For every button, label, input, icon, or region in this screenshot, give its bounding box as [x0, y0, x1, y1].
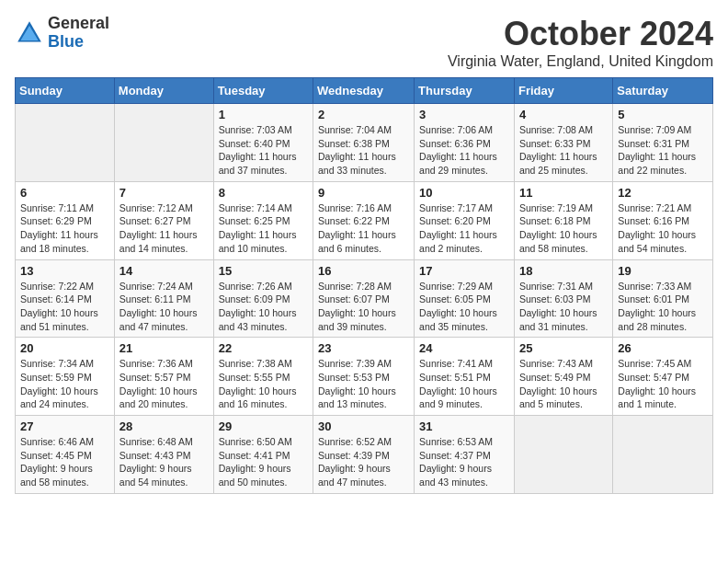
weekday-header: Friday	[514, 78, 612, 104]
logo: General Blue	[15, 15, 109, 52]
calendar-cell: 18Sunrise: 7:31 AMSunset: 6:03 PMDayligh…	[514, 259, 612, 338]
weekday-header: Monday	[114, 78, 213, 104]
calendar-week-row: 6Sunrise: 7:11 AMSunset: 6:29 PMDaylight…	[16, 181, 713, 259]
day-info: Sunrise: 7:34 AMSunset: 5:59 PMDaylight:…	[20, 357, 109, 411]
calendar-cell: 25Sunrise: 7:43 AMSunset: 5:49 PMDayligh…	[514, 338, 612, 416]
day-number: 24	[419, 341, 509, 355]
day-info: Sunrise: 6:52 AMSunset: 4:39 PMDaylight:…	[318, 435, 409, 489]
calendar-cell: 27Sunrise: 6:46 AMSunset: 4:45 PMDayligh…	[16, 416, 115, 494]
day-number: 13	[20, 264, 109, 278]
day-number: 27	[20, 419, 109, 433]
calendar-week-row: 27Sunrise: 6:46 AMSunset: 4:45 PMDayligh…	[16, 416, 713, 494]
calendar-header: SundayMondayTuesdayWednesdayThursdayFrid…	[16, 78, 713, 104]
day-number: 26	[618, 341, 708, 355]
day-number: 29	[219, 419, 308, 433]
day-info: Sunrise: 7:33 AMSunset: 6:01 PMDaylight:…	[618, 280, 708, 334]
day-info: Sunrise: 7:17 AMSunset: 6:20 PMDaylight:…	[419, 201, 509, 256]
calendar-cell: 9Sunrise: 7:16 AMSunset: 6:22 PMDaylight…	[313, 181, 415, 259]
calendar-cell: 20Sunrise: 7:34 AMSunset: 5:59 PMDayligh…	[16, 338, 115, 416]
calendar-cell: 15Sunrise: 7:26 AMSunset: 6:09 PMDayligh…	[213, 259, 313, 338]
calendar-cell: 29Sunrise: 6:50 AMSunset: 4:41 PMDayligh…	[213, 416, 313, 494]
day-info: Sunrise: 7:11 AMSunset: 6:29 PMDaylight:…	[20, 201, 109, 256]
day-info: Sunrise: 7:03 AMSunset: 6:40 PMDaylight:…	[219, 123, 308, 178]
day-number: 31	[419, 419, 509, 433]
day-number: 1	[219, 108, 308, 121]
day-number: 15	[219, 264, 308, 278]
calendar-cell: 1Sunrise: 7:03 AMSunset: 6:40 PMDaylight…	[213, 104, 313, 182]
calendar-cell: 19Sunrise: 7:33 AMSunset: 6:01 PMDayligh…	[613, 259, 713, 338]
day-number: 10	[419, 186, 509, 200]
day-number: 23	[318, 341, 409, 355]
day-number: 20	[20, 341, 109, 355]
calendar-cell: 28Sunrise: 6:48 AMSunset: 4:43 PMDayligh…	[114, 416, 213, 494]
day-number: 5	[618, 108, 708, 121]
calendar-cell: 31Sunrise: 6:53 AMSunset: 4:37 PMDayligh…	[415, 416, 515, 494]
calendar-week-row: 1Sunrise: 7:03 AMSunset: 6:40 PMDaylight…	[16, 104, 713, 182]
day-number: 19	[618, 264, 708, 278]
day-number: 16	[318, 264, 409, 278]
location-text: Virginia Water, England, United Kingdom	[448, 53, 713, 70]
day-info: Sunrise: 7:21 AMSunset: 6:16 PMDaylight:…	[618, 201, 708, 256]
day-info: Sunrise: 7:16 AMSunset: 6:22 PMDaylight:…	[318, 201, 409, 256]
day-info: Sunrise: 7:29 AMSunset: 6:05 PMDaylight:…	[419, 280, 509, 334]
calendar-cell: 3Sunrise: 7:06 AMSunset: 6:36 PMDaylight…	[415, 104, 515, 182]
day-info: Sunrise: 6:53 AMSunset: 4:37 PMDaylight:…	[419, 435, 509, 489]
calendar-cell: 23Sunrise: 7:39 AMSunset: 5:53 PMDayligh…	[313, 338, 415, 416]
calendar-cell: 7Sunrise: 7:12 AMSunset: 6:27 PMDaylight…	[114, 181, 213, 259]
weekday-header: Wednesday	[313, 78, 415, 104]
day-info: Sunrise: 7:39 AMSunset: 5:53 PMDaylight:…	[318, 357, 409, 411]
day-number: 9	[318, 186, 409, 200]
month-title: October 2024	[448, 15, 713, 53]
calendar-cell	[114, 104, 213, 182]
weekday-header: Tuesday	[213, 78, 313, 104]
day-number: 7	[119, 186, 209, 200]
day-number: 2	[318, 108, 409, 121]
day-number: 18	[519, 264, 608, 278]
day-info: Sunrise: 7:22 AMSunset: 6:14 PMDaylight:…	[20, 280, 109, 334]
calendar-cell: 17Sunrise: 7:29 AMSunset: 6:05 PMDayligh…	[415, 259, 515, 338]
day-number: 3	[419, 108, 509, 121]
day-number: 22	[219, 341, 308, 355]
calendar-cell: 10Sunrise: 7:17 AMSunset: 6:20 PMDayligh…	[415, 181, 515, 259]
day-info: Sunrise: 7:31 AMSunset: 6:03 PMDaylight:…	[519, 280, 608, 334]
day-info: Sunrise: 7:09 AMSunset: 6:31 PMDaylight:…	[618, 123, 708, 178]
calendar-cell: 11Sunrise: 7:19 AMSunset: 6:18 PMDayligh…	[514, 181, 612, 259]
calendar-cell: 14Sunrise: 7:24 AMSunset: 6:11 PMDayligh…	[114, 259, 213, 338]
weekday-header-row: SundayMondayTuesdayWednesdayThursdayFrid…	[16, 78, 713, 104]
calendar-cell	[613, 416, 713, 494]
calendar-table: SundayMondayTuesdayWednesdayThursdayFrid…	[15, 77, 713, 494]
day-info: Sunrise: 7:43 AMSunset: 5:49 PMDaylight:…	[519, 357, 608, 411]
day-info: Sunrise: 6:50 AMSunset: 4:41 PMDaylight:…	[219, 435, 308, 489]
day-number: 21	[119, 341, 209, 355]
calendar-cell: 8Sunrise: 7:14 AMSunset: 6:25 PMDaylight…	[213, 181, 313, 259]
day-info: Sunrise: 7:36 AMSunset: 5:57 PMDaylight:…	[119, 357, 209, 411]
calendar-cell	[514, 416, 612, 494]
calendar-cell	[16, 104, 115, 182]
calendar-cell: 2Sunrise: 7:04 AMSunset: 6:38 PMDaylight…	[313, 104, 415, 182]
day-number: 4	[519, 108, 608, 121]
day-info: Sunrise: 7:14 AMSunset: 6:25 PMDaylight:…	[219, 201, 308, 256]
day-info: Sunrise: 7:24 AMSunset: 6:11 PMDaylight:…	[119, 280, 209, 334]
day-info: Sunrise: 7:08 AMSunset: 6:33 PMDaylight:…	[519, 123, 608, 178]
calendar-cell: 30Sunrise: 6:52 AMSunset: 4:39 PMDayligh…	[313, 416, 415, 494]
calendar-cell: 22Sunrise: 7:38 AMSunset: 5:55 PMDayligh…	[213, 338, 313, 416]
day-number: 8	[219, 186, 308, 200]
calendar-cell: 13Sunrise: 7:22 AMSunset: 6:14 PMDayligh…	[16, 259, 115, 338]
logo-blue-text: Blue	[48, 33, 109, 52]
day-info: Sunrise: 6:48 AMSunset: 4:43 PMDaylight:…	[119, 435, 209, 489]
day-number: 25	[519, 341, 608, 355]
calendar-cell: 16Sunrise: 7:28 AMSunset: 6:07 PMDayligh…	[313, 259, 415, 338]
day-number: 6	[20, 186, 109, 200]
weekday-header: Thursday	[415, 78, 515, 104]
day-info: Sunrise: 7:26 AMSunset: 6:09 PMDaylight:…	[219, 280, 308, 334]
day-info: Sunrise: 7:38 AMSunset: 5:55 PMDaylight:…	[219, 357, 308, 411]
day-info: Sunrise: 7:04 AMSunset: 6:38 PMDaylight:…	[318, 123, 409, 178]
title-area: October 2024 Virginia Water, England, Un…	[448, 15, 713, 70]
day-number: 28	[119, 419, 209, 433]
day-number: 12	[618, 186, 708, 200]
day-info: Sunrise: 7:12 AMSunset: 6:27 PMDaylight:…	[119, 201, 209, 256]
calendar-cell: 6Sunrise: 7:11 AMSunset: 6:29 PMDaylight…	[16, 181, 115, 259]
calendar-cell: 5Sunrise: 7:09 AMSunset: 6:31 PMDaylight…	[613, 104, 713, 182]
day-info: Sunrise: 7:19 AMSunset: 6:18 PMDaylight:…	[519, 201, 608, 256]
calendar-week-row: 20Sunrise: 7:34 AMSunset: 5:59 PMDayligh…	[16, 338, 713, 416]
